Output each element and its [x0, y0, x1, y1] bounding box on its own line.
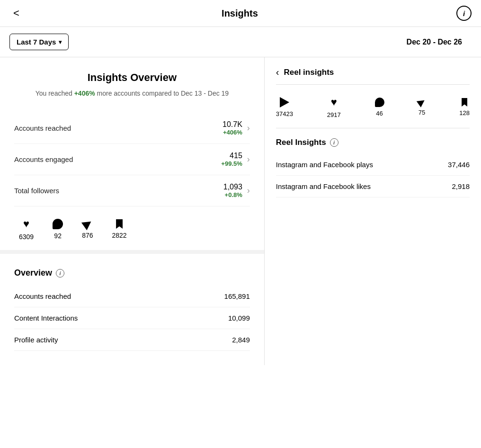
section-divider	[0, 250, 264, 254]
stat-value-block: 1,093 +0.8% ›	[223, 183, 250, 198]
engagement-bookmarks: 2822	[112, 219, 127, 239]
overview-stat-label: Content Interactions	[14, 314, 78, 322]
overview-stat-accounts-reached: Accounts reached 165,891	[14, 286, 250, 307]
reel-stat-hearts: ♥ 2917	[327, 96, 341, 118]
engagement-comments: 92	[53, 219, 63, 240]
right-panel: ‹ Reel insights 37423 ♥ 2917 46 75	[265, 57, 481, 365]
reel-insight-plays: Instagram and Facebook plays 37,446	[276, 154, 470, 176]
date-range-label: Dec 20 - Dec 26	[407, 38, 462, 46]
reel-stat-comments: 46	[375, 98, 384, 117]
reel-stat-sends: 75	[418, 99, 425, 116]
reel-stat-bookmarks: 128	[459, 98, 470, 116]
reel-back-button[interactable]: ‹	[276, 67, 279, 78]
reel-insights-info-icon[interactable]: i	[330, 138, 338, 147]
stat-label-accounts-engaged: Accounts engaged	[14, 155, 73, 163]
reel-insight-value: 37,446	[448, 161, 470, 169]
bookmark-count: 2822	[112, 232, 127, 239]
reel-sends-count: 75	[419, 109, 425, 116]
stat-values: 415 +99.5%	[221, 152, 242, 167]
reel-hearts-count: 2917	[327, 111, 341, 118]
reel-insight-label: Instagram and Facebook plays	[276, 161, 373, 169]
overview-stat-label: Profile activity	[14, 336, 58, 344]
send-icon	[417, 97, 427, 108]
send-icon	[81, 218, 94, 231]
period-label: Last 7 Days	[17, 38, 56, 46]
reel-insight-label: Instagram and Facebook likes	[276, 182, 371, 190]
chevron-right-icon: ›	[247, 123, 250, 133]
chevron-right-icon: ›	[247, 154, 250, 164]
stat-values: 1,093 +0.8%	[223, 183, 242, 198]
overview-stat-profile-activity: Profile activity 2,849	[14, 329, 250, 351]
overview-percentage: +406%	[74, 90, 95, 97]
period-selector-button[interactable]: Last 7 Days ▾	[9, 34, 69, 50]
stat-change-value: +0.8%	[223, 191, 242, 198]
main-content: Insights Overview You reached +406% more…	[0, 57, 481, 365]
stat-change-value: +99.5%	[221, 160, 242, 167]
stat-value-block: 415 +99.5% ›	[221, 152, 249, 167]
overview-title-text: Overview	[14, 268, 52, 278]
comment-icon	[53, 219, 63, 229]
reel-insight-value: 2,918	[452, 182, 470, 190]
engagement-hearts: ♥ 6309	[19, 218, 34, 241]
stat-total-followers[interactable]: Total followers 1,093 +0.8% ›	[14, 175, 250, 206]
reel-insights-title-text: Reel Insights	[276, 138, 326, 147]
stat-value-block: 10.7K +406% ›	[223, 120, 250, 136]
date-filter-bar: Last 7 Days ▾ Dec 20 - Dec 26	[0, 27, 481, 57]
overview-section-title: Overview i	[14, 268, 250, 278]
bookmark-icon	[462, 98, 467, 107]
engagement-sends: 876	[82, 219, 93, 239]
stat-accounts-reached[interactable]: Accounts reached 10.7K +406% ›	[14, 113, 250, 144]
overview-stat-value: 10,099	[228, 314, 250, 322]
reel-mini-header: ‹ Reel insights	[276, 67, 470, 85]
left-panel: Insights Overview You reached +406% more…	[0, 57, 265, 365]
reel-mini-title: Reel insights	[284, 68, 334, 77]
stat-main-value: 10.7K	[223, 120, 242, 129]
overview-stat-value: 2,849	[232, 336, 250, 344]
heart-icon: ♥	[23, 218, 29, 230]
header: < Insights i	[0, 0, 481, 27]
bookmark-icon	[116, 219, 123, 229]
info-button[interactable]: i	[456, 6, 472, 21]
reel-stat-plays: 37423	[276, 97, 293, 117]
play-icon	[280, 97, 289, 108]
overview-section: Overview i Accounts reached 165,891 Cont…	[14, 259, 250, 356]
reel-plays-count: 37423	[276, 110, 293, 117]
stat-main-value: 415	[221, 152, 242, 160]
comment-icon	[375, 98, 384, 107]
overview-subtitle: You reached +406% more accounts compared…	[14, 89, 250, 99]
engagement-icons-row: ♥ 6309 92 876 2822	[14, 206, 250, 245]
overview-stat-value: 165,891	[224, 292, 250, 300]
overview-stat-label: Accounts reached	[14, 292, 71, 300]
heart-count: 6309	[19, 233, 34, 241]
heart-icon: ♥	[331, 96, 337, 108]
reel-comments-count: 46	[376, 110, 383, 117]
reel-insight-likes: Instagram and Facebook likes 2,918	[276, 176, 470, 197]
reel-bookmarks-count: 128	[459, 109, 470, 116]
stat-accounts-engaged[interactable]: Accounts engaged 415 +99.5% ›	[14, 144, 250, 175]
insights-overview-title: Insights Overview	[14, 72, 250, 84]
chevron-right-icon: ›	[247, 186, 250, 196]
page-title: Insights	[23, 8, 456, 19]
chevron-down-icon: ▾	[59, 39, 62, 45]
stat-main-value: 1,093	[223, 183, 242, 191]
send-count: 876	[82, 232, 93, 239]
comment-count: 92	[54, 232, 62, 240]
stat-label-total-followers: Total followers	[14, 187, 59, 195]
overview-info-icon[interactable]: i	[56, 269, 64, 278]
back-button[interactable]: <	[9, 6, 23, 20]
stat-label-accounts-reached: Accounts reached	[14, 124, 71, 132]
overview-stat-content-interactions: Content Interactions 10,099	[14, 307, 250, 329]
stat-change-value: +406%	[223, 129, 242, 136]
reel-insights-section-title: Reel Insights i	[276, 138, 470, 147]
reel-stats-row: 37423 ♥ 2917 46 75 128	[276, 91, 470, 128]
stat-values: 10.7K +406%	[223, 120, 242, 136]
